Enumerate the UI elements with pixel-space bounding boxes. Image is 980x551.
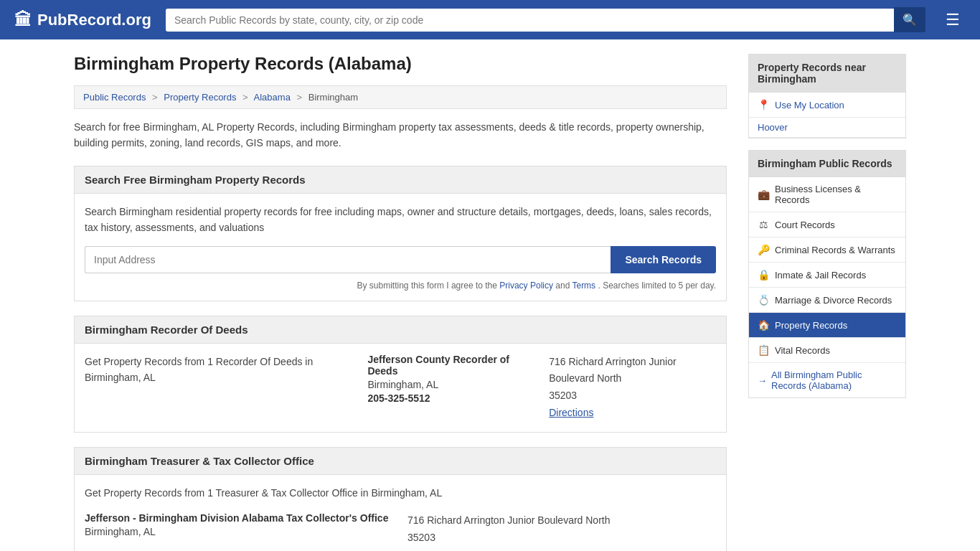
business-icon: 💼 <box>758 189 769 200</box>
breadcrumb-sep-3: > <box>297 92 303 103</box>
terms-link[interactable]: Terms <box>572 281 595 291</box>
breadcrumb-link-property-records[interactable]: Property Records <box>164 92 236 103</box>
all-records-link[interactable]: → All Birmingham Public Records (Alabama… <box>749 363 905 397</box>
recorder-section: Birmingham Recorder Of Deeds Get Propert… <box>74 316 727 433</box>
recorder-info: Jefferson County Recorder of Deeds Birmi… <box>367 354 534 422</box>
use-location-label: Use My Location <box>775 100 844 110</box>
search-section-body: Search Birmingham residential property r… <box>75 194 726 301</box>
header-search-bar: 🔍 <box>166 7 925 32</box>
recorder-city: Birmingham, AL <box>367 379 534 390</box>
page-title: Birmingham Property Records (Alabama) <box>74 54 727 74</box>
inmate-icon: 🔒 <box>758 269 769 281</box>
breadcrumb-link-public-records[interactable]: Public Records <box>83 92 146 103</box>
use-my-location-item[interactable]: 📍 Use My Location <box>749 93 905 118</box>
recorder-section-body: Get Property Records from 1 Recorder Of … <box>75 344 726 432</box>
breadcrumb-link-alabama[interactable]: Alabama <box>254 92 291 103</box>
sidebar-item-label-business: Business Licenses & Records <box>775 184 897 205</box>
all-records-arrow-icon: → <box>758 375 767 386</box>
site-logo[interactable]: 🏛 PubRecord.org <box>14 10 151 30</box>
search-icon: 🔍 <box>903 14 917 26</box>
location-icon: 📍 <box>758 99 769 110</box>
all-records-label: All Birmingham Public Records (Alabama) <box>771 369 897 391</box>
sidebar-item-business[interactable]: 💼 Business Licenses & Records <box>749 177 905 212</box>
criminal-icon: 🔑 <box>758 244 769 255</box>
sidebar-public-records-section: Birmingham Public Records 💼 Business Lic… <box>748 150 906 398</box>
breadcrumb-sep-1: > <box>152 92 158 103</box>
sidebar-item-label-vital: Vital Records <box>775 345 830 356</box>
header-search-input[interactable] <box>166 9 894 32</box>
search-form: Search Records <box>85 246 716 273</box>
hamburger-button[interactable]: ☰ <box>940 8 966 32</box>
sidebar-item-label-inmate: Inmate & Jail Records <box>775 270 866 281</box>
nearby-city-hoover[interactable]: Hoover <box>749 118 905 138</box>
treasurer-entry: Jefferson - Birmingham Division Alabama … <box>85 512 716 547</box>
search-records-button[interactable]: Search Records <box>611 246 716 273</box>
sidebar-nearby-section: Property Records near Birmingham 📍 Use M… <box>748 54 906 138</box>
search-section: Search Free Birmingham Property Records … <box>74 166 727 301</box>
recorder-address-line1: 716 Richard Arrington Junior Boulevard N… <box>549 354 716 388</box>
treasurer-zip: 35203 <box>407 529 716 547</box>
recorder-name: Jefferson County Recorder of Deeds <box>367 354 534 377</box>
breadcrumb: Public Records > Property Records > Alab… <box>74 85 727 109</box>
treasurer-address-line1: 716 Richard Arrington Junior Boulevard N… <box>407 512 716 529</box>
sidebar-nearby-heading: Property Records near Birmingham <box>749 55 905 93</box>
sidebar-item-vital[interactable]: 📋 Vital Records <box>749 338 905 363</box>
logo-icon: 🏛 <box>14 10 32 30</box>
main-container: Birmingham Property Records (Alabama) Pu… <box>60 39 920 551</box>
property-icon: 🏠 <box>758 319 769 331</box>
treasurer-description: Get Property Records from 1 Treasurer & … <box>85 485 716 501</box>
recorder-section-header: Birmingham Recorder Of Deeds <box>75 316 726 344</box>
treasurer-section: Birmingham Treasurer & Tax Collector Off… <box>74 447 727 551</box>
logo-text: PubRecord.org <box>37 11 151 29</box>
sidebar-item-inmate[interactable]: 🔒 Inmate & Jail Records <box>749 263 905 288</box>
privacy-policy-link[interactable]: Privacy Policy <box>499 281 553 291</box>
recorder-directions-link[interactable]: Directions <box>549 407 593 418</box>
recorder-address: 716 Richard Arrington Junior Boulevard N… <box>549 354 716 422</box>
recorder-zip: 35203 <box>549 387 716 405</box>
sidebar-item-criminal[interactable]: 🔑 Criminal Records & Warrants <box>749 237 905 263</box>
site-header: 🏛 PubRecord.org 🔍 ☰ <box>0 0 980 39</box>
recorder-phone: 205-325-5512 <box>367 392 534 404</box>
sidebar-item-label-criminal: Criminal Records & Warrants <box>775 245 895 255</box>
form-note-prefix: By submitting this form I agree to the <box>357 281 497 291</box>
marriage-icon: 💍 <box>758 294 769 306</box>
recorder-entry: Jefferson County Recorder of Deeds Birmi… <box>367 354 716 422</box>
sidebar-item-property[interactable]: 🏠 Property Records <box>749 313 905 338</box>
form-note-suffix: . Searches limited to 5 per day. <box>598 281 716 291</box>
form-note: By submitting this form I agree to the P… <box>85 281 716 291</box>
treasurer-section-body: Get Property Records from 1 Treasurer & … <box>75 475 726 551</box>
search-description: Search Birmingham residential property r… <box>85 204 716 236</box>
treasurer-info: Jefferson - Birmingham Division Alabama … <box>85 512 393 547</box>
vital-icon: 📋 <box>758 344 769 356</box>
sidebar-public-records-heading: Birmingham Public Records <box>749 151 905 177</box>
sidebar: Property Records near Birmingham 📍 Use M… <box>748 54 906 551</box>
recorder-description: Get Property Records from 1 Recorder Of … <box>85 354 353 410</box>
court-icon: ⚖ <box>758 219 769 230</box>
form-note-and: and <box>555 281 572 291</box>
sidebar-item-marriage[interactable]: 💍 Marriage & Divorce Records <box>749 288 905 313</box>
page-description: Search for free Birmingham, AL Property … <box>74 119 727 151</box>
main-content: Birmingham Property Records (Alabama) Pu… <box>74 54 727 551</box>
breadcrumb-sep-2: > <box>242 92 248 103</box>
treasurer-section-header: Birmingham Treasurer & Tax Collector Off… <box>75 448 726 475</box>
search-section-header: Search Free Birmingham Property Records <box>75 166 726 194</box>
treasurer-address: 716 Richard Arrington Junior Boulevard N… <box>407 512 716 547</box>
breadcrumb-current: Birmingham <box>308 92 358 103</box>
treasurer-city: Birmingham, AL <box>85 526 393 537</box>
sidebar-item-label-property: Property Records <box>775 320 847 331</box>
address-input[interactable] <box>85 246 611 273</box>
hamburger-icon: ☰ <box>946 11 960 29</box>
sidebar-item-label-court: Court Records <box>775 220 835 230</box>
treasurer-name: Jefferson - Birmingham Division Alabama … <box>85 512 393 524</box>
header-search-button[interactable]: 🔍 <box>894 7 925 32</box>
sidebar-item-court[interactable]: ⚖ Court Records <box>749 212 905 237</box>
sidebar-item-label-marriage: Marriage & Divorce Records <box>775 295 892 306</box>
